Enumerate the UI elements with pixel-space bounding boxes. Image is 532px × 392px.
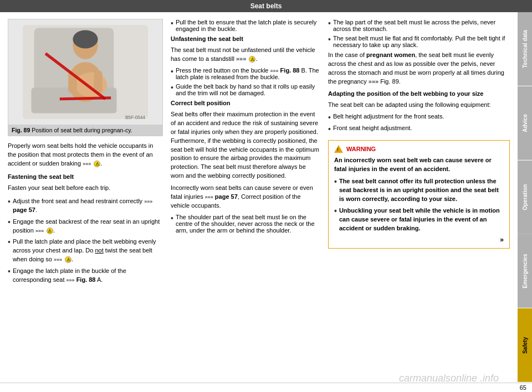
bullet-guide-belt: • Guide the belt back by hand so that it… [171,83,320,96]
warning-box: WARNING An incorrectly worn seat belt we… [328,140,510,249]
figure-svg: B5F-0544 [8,19,162,125]
figure-box: B5F-0544 Fig. 89 Position of seat belt d… [8,19,163,136]
bullet-flat: • The seat belt must lie flat and fit co… [328,35,510,48]
unfastening-title: Unfastening the seat belt [171,35,320,44]
watermark: carmanualsonline .info [399,373,499,384]
warning-chevron: » [334,236,504,244]
correct-intro: Seat belts offer their maximum protectio… [171,110,320,181]
figure-image: B5F-0544 [8,19,162,125]
sidebar-tab-technical[interactable]: Technical data [518,12,532,86]
warning-triangle-icon [334,145,343,153]
bullet-lap: • The lap part of the seat belt must lie… [328,19,510,32]
incorrect-text: Incorrectly worn seat belts can cause se… [171,184,320,210]
warning-icon-2: ⚠ [47,228,53,234]
warning-main-text: An incorrectly worn seat belt web can ca… [334,156,504,174]
figure-caption: Fig. 89 Position of seat belt during pre… [8,125,162,136]
correct-title: Correct belt position [171,99,320,108]
warning-bullet-2: • Unbuckling your seat belt while the ve… [334,207,504,233]
bullet-seat-height: • Front seat height adjustment. [328,125,510,134]
header-title: Seat belts [250,2,282,10]
warning-icon-4: ⚠ [249,56,255,63]
left-text: Properly worn seat belts hold the vehicl… [8,142,163,285]
header-bar: Seat belts [0,0,532,12]
bullet-engage-buckle: • Engage the latch plate in the buckle o… [8,267,163,285]
adapting-intro: The seat belt can be adapted using the f… [328,101,510,110]
fastening-title: Fastening the seat belt [8,173,163,182]
warning-bullet-1: • The seat belt cannot offer its full pr… [334,177,504,204]
bullet-belt-height: • Belt height adjustment for the front s… [328,113,510,122]
bullet-pull-latch: • Pull the latch plate and place the bel… [8,238,163,264]
right-column: • The lap part of the seat belt must lie… [328,19,510,376]
warning-icon-3: ⚠ [65,256,71,263]
figure-ref: B5F-0544 [125,115,145,120]
sidebar-tab-operation[interactable]: Operation [518,161,532,234]
warning-icon-1: ⚠ [94,161,100,167]
figure-caption-bold: Fig. 89 [12,127,30,133]
pregnant-para: In the case of pregnant women, the seat … [328,51,510,86]
bullet-press-red: • Press the red button on the buckle »»»… [171,67,320,80]
figure-caption-text: Position of seat belt during pregnan-cy. [30,127,132,133]
warning-header: WARNING [334,145,504,153]
middle-column: • Pull the belt to ensure that the latch… [171,19,320,376]
sidebar-tab-safety[interactable]: Safety [518,308,532,382]
svg-point-4 [73,30,98,49]
bullet-engage-backrest: • Engage the seat backrest of the rear s… [8,218,163,235]
right-sidebar: Technical data Advice Operation Emergenc… [518,12,532,383]
bullet-adjust: • Adjust the front seat and head restrai… [8,197,163,215]
bullet-shoulder: • The shoulder part of the seat belt mus… [171,214,320,234]
bullet-pull-ensure: • Pull the belt to ensure that the latch… [171,19,320,32]
sidebar-tab-emergencies[interactable]: Emergencies [518,234,532,308]
left-intro: Properly worn seat belts hold the vehicl… [8,142,163,168]
sidebar-tab-advice[interactable]: Advice [518,86,532,160]
unfastening-intro: The seat belt must not be unfastened unt… [171,46,320,64]
left-column: B5F-0544 Fig. 89 Position of seat belt d… [8,19,163,376]
adapting-title: Adapting the position of the belt webbin… [328,90,510,99]
page-number: 65 [520,384,526,391]
svg-line-10 [60,98,111,99]
fasten-intro: Fasten your seat belt before each trip. [8,184,163,193]
warning-label: WARNING [346,146,376,152]
